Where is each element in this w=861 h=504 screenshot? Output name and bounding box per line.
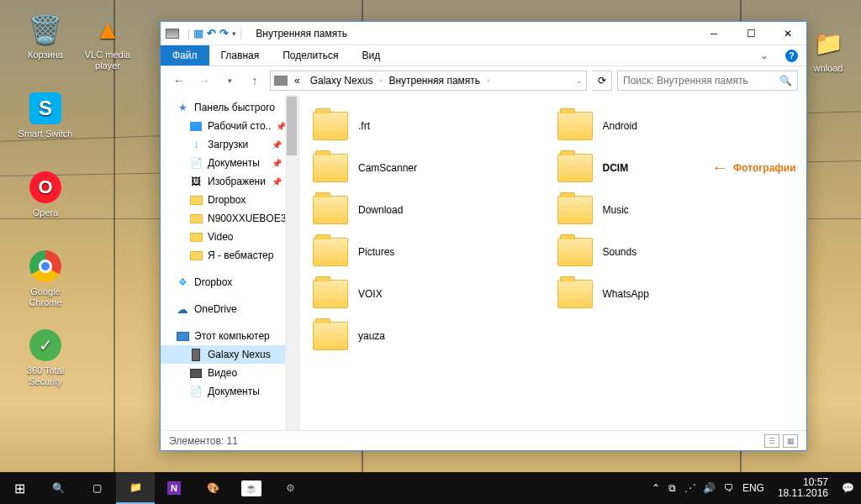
desktop-icon-chrome[interactable]: Google Chrome xyxy=(15,249,76,308)
folder-icon xyxy=(190,233,203,242)
address-dropdown-icon[interactable]: ⌄ xyxy=(576,76,583,85)
chevron-icon[interactable]: › xyxy=(487,76,489,85)
star-icon: ★ xyxy=(176,102,189,113)
folder-item-camscanner[interactable]: CamScanner xyxy=(313,147,549,189)
folder-icon xyxy=(313,112,348,140)
pictures-icon: 🖼 xyxy=(189,176,203,187)
window-title: Внутренняя память xyxy=(256,28,347,39)
sidebar-item-downloads[interactable]: ↓Загрузки📌 xyxy=(161,135,298,154)
quick-access-toolbar: ▦ ↶ ↷ ▾ xyxy=(193,27,236,39)
sidebar-item-dropbox-folder[interactable]: Dropbox xyxy=(161,191,298,209)
folder-icon xyxy=(313,238,348,266)
ribbon-expand-icon[interactable]: ⌄ xyxy=(752,45,777,66)
desktop-icon-recycle[interactable]: 🗑️Корзина xyxy=(15,12,76,60)
ribbon-tab-home[interactable]: Главная xyxy=(209,45,272,66)
sidebar-item-galaxy-nexus[interactable]: Galaxy Nexus xyxy=(161,345,298,364)
folder-item-frt[interactable]: .frt xyxy=(313,105,549,147)
tray-language[interactable]: ENG xyxy=(742,482,764,494)
refresh-button[interactable]: ⟳ xyxy=(592,71,612,91)
tray-clock[interactable]: 10:57 18.11.2016 xyxy=(773,477,833,499)
sidebar-scrollbar[interactable] xyxy=(285,95,298,430)
monitor-icon xyxy=(177,332,189,341)
tray-up-icon[interactable]: ⌃ xyxy=(652,482,660,494)
tray-volume-icon[interactable]: 🔊 xyxy=(703,482,716,494)
sidebar-item-webmaster[interactable]: Я - вебмастер xyxy=(161,246,298,265)
sidebar-quick-access[interactable]: ★Панель быстрого xyxy=(161,98,298,117)
view-icons-button[interactable]: ▦ xyxy=(783,434,798,448)
qat-undo-icon[interactable]: ↶ xyxy=(207,27,216,39)
taskbar-explorer[interactable]: 📁 xyxy=(116,472,155,504)
breadcrumb-device[interactable]: Galaxy Nexus xyxy=(307,75,377,87)
sidebar-this-pc[interactable]: Этот компьютер xyxy=(161,327,298,345)
folder-item-pictures[interactable]: Pictures xyxy=(313,231,549,273)
tray-wifi-icon[interactable]: ⋰ xyxy=(684,482,695,494)
sidebar-item-videos[interactable]: Видео xyxy=(161,364,298,382)
sidebar-item-pictures[interactable]: 🖼Изображени📌 xyxy=(161,172,298,191)
qat-redo-icon[interactable]: ↷ xyxy=(219,27,229,39)
minimize-button[interactable]: ─ xyxy=(695,22,732,45)
folder-item-android[interactable]: Android xyxy=(557,105,794,147)
close-button[interactable]: ✕ xyxy=(769,22,806,45)
ribbon-tab-file[interactable]: Файл xyxy=(161,45,209,66)
qat-dropdown-icon[interactable]: ▾ xyxy=(232,29,236,38)
taskbar-onenote[interactable]: N xyxy=(155,472,193,504)
desktop-icon-smartswitch[interactable]: SSmart Switch xyxy=(15,91,76,139)
sidebar-onedrive[interactable]: ☁OneDrive xyxy=(161,300,298,318)
nav-up-button[interactable]: ↑ xyxy=(245,71,265,91)
view-details-button[interactable]: ☰ xyxy=(764,434,779,448)
sidebar-item-docs[interactable]: 📄Документы xyxy=(161,382,298,401)
start-button[interactable]: ⊞ xyxy=(0,472,39,504)
folder-label: Sounds xyxy=(603,246,637,258)
taskbar-app1[interactable]: ☕ xyxy=(232,472,271,504)
address-box[interactable]: « Galaxy Nexus › Внутренняя память › ⌄ xyxy=(270,71,587,91)
address-bar: ← → ▾ ↑ « Galaxy Nexus › Внутренняя памя… xyxy=(161,66,806,95)
folder-icon xyxy=(557,154,593,182)
breadcrumb-folder[interactable]: Внутренняя память xyxy=(385,75,483,87)
sidebar-dropbox[interactable]: ❖Dropbox xyxy=(161,273,298,291)
search-input[interactable] xyxy=(623,75,779,87)
sidebar-item-n900[interactable]: N900XXUEBOE3.. xyxy=(161,209,298,228)
taskbar-taskview-button[interactable]: ▢ xyxy=(77,472,116,504)
titlebar[interactable]: | ▦ ↶ ↷ ▾ | Внутренняя память ─ ☐ ✕ xyxy=(161,22,806,45)
taskbar-app2[interactable]: ⚙ xyxy=(271,472,309,504)
chevron-icon[interactable]: › xyxy=(379,76,382,85)
nav-back-button[interactable]: ← xyxy=(169,71,189,91)
desktop-icon-download[interactable]: 📁wnload xyxy=(804,25,853,74)
breadcrumb-root[interactable]: « xyxy=(291,75,304,87)
folder-label: yauza xyxy=(358,330,385,342)
sidebar-item-desktop[interactable]: Рабочий сто..📌 xyxy=(161,117,298,135)
search-icon[interactable]: 🔍 xyxy=(779,75,792,87)
folder-label: Pictures xyxy=(358,246,394,258)
maximize-button[interactable]: ☐ xyxy=(732,22,769,45)
folder-item-sounds[interactable]: Sounds xyxy=(557,231,794,273)
taskbar: ⊞ 🔍 ▢ 📁 N 🎨 ☕ ⚙ ⌃ ⧉ ⋰ 🔊 🗨 ENG 10:57 18.1… xyxy=(0,472,861,504)
folder-item-whatsapp[interactable]: WhatsApp xyxy=(557,273,794,315)
ribbon-tab-share[interactable]: Поделиться xyxy=(271,45,350,66)
nav-forward-button[interactable]: → xyxy=(194,71,214,91)
folder-icon xyxy=(313,280,348,308)
qat-properties-icon[interactable]: ▦ xyxy=(193,27,203,39)
desktop-icon-vlc[interactable]: ▲VLC media player xyxy=(77,12,138,71)
ribbon-tab-view[interactable]: Вид xyxy=(350,45,392,66)
desktop-icon-opera[interactable]: OOpera xyxy=(15,170,76,218)
sidebar-item-video[interactable]: Video xyxy=(161,228,298,246)
taskbar-search-button[interactable]: 🔍 xyxy=(39,472,77,504)
sidebar-item-documents[interactable]: 📄Документы📌 xyxy=(161,154,298,172)
desktop-icon-360[interactable]: ✓360 Total Security xyxy=(15,328,76,387)
folder-icon xyxy=(557,280,593,308)
folder-item-music[interactable]: Music xyxy=(557,189,794,231)
folder-item-voix[interactable]: VOIX xyxy=(313,273,549,315)
folder-item-yauza[interactable]: yauza xyxy=(313,315,549,357)
folder-icon xyxy=(557,196,593,224)
tray-notification-icon[interactable]: 💬 xyxy=(842,482,854,494)
help-icon[interactable]: ? xyxy=(785,50,798,62)
folder-item-download[interactable]: Download xyxy=(313,189,549,231)
tray-network-icon[interactable]: ⧉ xyxy=(668,482,676,494)
nav-recent-dropdown[interactable]: ▾ xyxy=(219,71,240,91)
search-box[interactable]: 🔍 xyxy=(617,71,798,91)
phone-icon xyxy=(192,349,200,361)
folder-icon xyxy=(190,251,203,260)
tray-notes-icon[interactable]: 🗨 xyxy=(724,482,734,494)
taskbar-paint[interactable]: 🎨 xyxy=(193,472,232,504)
content-pane[interactable]: .frtAndroidCamScannerDCIMDownloadMusicPi… xyxy=(299,95,806,430)
